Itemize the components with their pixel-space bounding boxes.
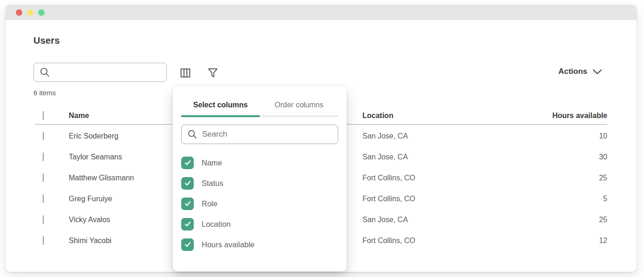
cell-location: San Jose, CA [362, 216, 408, 224]
cell-location: Fort Collins, CO [362, 237, 415, 245]
minimize-window-button[interactable] [27, 9, 33, 16]
column-option-location[interactable]: Location [181, 214, 338, 234]
actions-label: Actions [559, 67, 587, 76]
page-title: Users [33, 35, 60, 46]
cell-location: Fort Collins, CO [362, 195, 415, 203]
actions-menu-button[interactable]: Actions [559, 67, 602, 76]
column-option-hours-available[interactable]: Hours available [181, 234, 338, 255]
column-header-location[interactable]: Location [362, 112, 394, 120]
filter-icon [208, 68, 218, 78]
items-count: 6 items [33, 89, 56, 97]
cell-location: Fort Collins, CO [362, 174, 415, 182]
tab-order-columns[interactable]: Order columns [260, 86, 338, 117]
window-titlebar [6, 5, 637, 20]
column-options-list: Name Status Role [181, 152, 338, 255]
columns-icon [180, 68, 191, 78]
column-header-name[interactable]: Name [69, 112, 89, 120]
column-option-role[interactable]: Role [181, 193, 338, 214]
row-checkbox[interactable] [43, 132, 44, 140]
option-label: Location [202, 220, 230, 229]
cell-location: San Jose, CA [362, 153, 408, 161]
cell-name: Greg Furuiye [69, 195, 112, 203]
row-checkbox[interactable] [43, 152, 44, 161]
close-window-button[interactable] [16, 9, 22, 16]
checked-checkbox[interactable] [181, 157, 194, 169]
column-option-status[interactable]: Status [181, 173, 338, 193]
zoom-window-button[interactable] [38, 9, 45, 16]
check-icon [184, 159, 191, 166]
cell-name: Matthew Glissmann [69, 174, 134, 182]
cell-hours: 5 [603, 195, 607, 203]
option-label: Status [202, 179, 223, 188]
cell-name: Vicky Avalos [69, 216, 110, 224]
option-label: Role [202, 199, 217, 208]
cell-hours: 25 [599, 216, 607, 224]
row-checkbox[interactable] [43, 215, 44, 224]
select-columns-button[interactable] [178, 66, 192, 80]
cell-hours: 10 [599, 132, 607, 140]
select-all-checkbox[interactable] [43, 111, 44, 120]
column-header-hours[interactable]: Hours available [552, 112, 607, 120]
column-selector-popup: Select columns Order columns Name [173, 86, 347, 271]
cell-name: Taylor Seamans [69, 153, 122, 161]
row-checkbox[interactable] [43, 236, 44, 245]
column-option-name[interactable]: Name [181, 152, 338, 173]
popup-search-box[interactable] [181, 125, 338, 144]
search-input[interactable] [54, 68, 166, 77]
option-label: Hours available [202, 240, 255, 249]
check-icon [184, 179, 191, 187]
check-icon [184, 200, 191, 207]
checked-checkbox[interactable] [181, 238, 194, 251]
app-window: Users Actions [6, 5, 637, 272]
row-checkbox[interactable] [43, 173, 44, 182]
checked-checkbox[interactable] [181, 177, 194, 190]
tab-select-columns[interactable]: Select columns [181, 86, 260, 117]
table-search-box[interactable] [33, 63, 167, 82]
check-icon [184, 220, 191, 228]
filter-button[interactable] [206, 66, 220, 80]
search-icon [40, 67, 50, 77]
cell-hours: 12 [599, 237, 607, 245]
cell-hours: 25 [599, 174, 607, 182]
row-checkbox[interactable] [43, 194, 44, 203]
cell-location: San Jose, CA [362, 132, 408, 140]
popup-search-input[interactable] [202, 130, 338, 139]
checked-checkbox[interactable] [181, 218, 194, 231]
option-label: Name [202, 158, 222, 167]
cell-hours: 30 [599, 153, 607, 161]
chevron-down-icon [592, 69, 602, 75]
cell-name: Shimi Yacobi [69, 237, 112, 245]
checked-checkbox[interactable] [181, 198, 194, 210]
search-icon [188, 130, 197, 139]
check-icon [184, 241, 191, 248]
popup-tabs: Select columns Order columns [181, 86, 338, 117]
cell-name: Eric Soderberg [69, 132, 118, 140]
